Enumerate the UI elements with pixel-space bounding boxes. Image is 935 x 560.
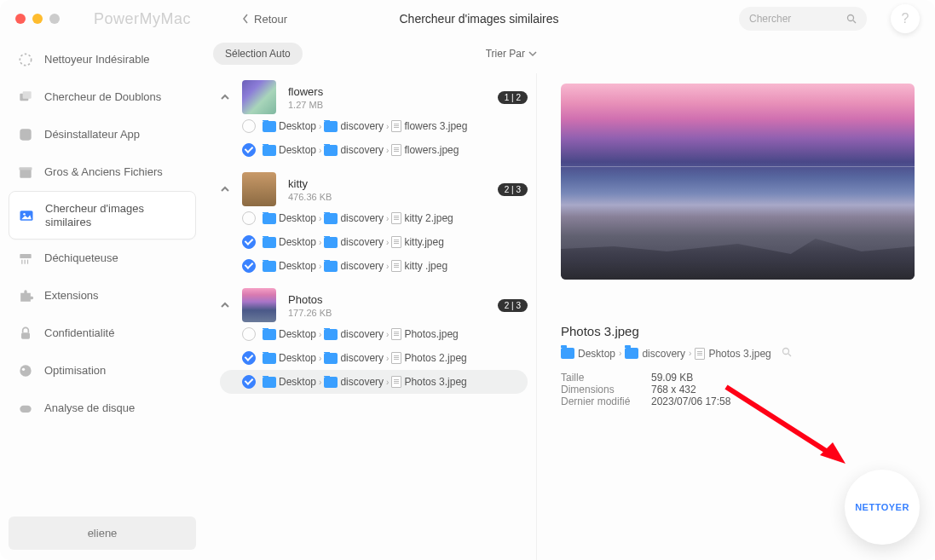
- file-icon: [391, 260, 401, 272]
- detail-meta: Taille59.09 KB Dimensions768 x 432 Derni…: [561, 372, 915, 407]
- svg-point-18: [782, 349, 788, 355]
- path-segment: Photos 3.jpeg: [708, 348, 771, 360]
- folder-icon: [324, 237, 338, 248]
- svg-line-19: [788, 354, 791, 356]
- duplicate-icon: [17, 89, 34, 106]
- svg-point-15: [20, 366, 31, 377]
- sidebar-item-label: Gros & Anciens Fichiers: [44, 165, 163, 179]
- sidebar-item-label: Analyse de disque: [44, 401, 135, 415]
- meta-key-dimensions: Dimensions: [561, 384, 651, 395]
- sidebar-item-label: Optimisation: [44, 364, 106, 378]
- toolbar: Sélection Auto Trier Par: [205, 38, 935, 73]
- meta-val-size: 59.09 KB: [651, 372, 693, 384]
- file-row[interactable]: Desktop› discovery› kitty 2.jpeg: [220, 206, 528, 230]
- file-path: Desktop› discovery› Photos 2.jpeg: [263, 352, 467, 364]
- maximize-window-button[interactable]: [49, 14, 60, 24]
- sidebar-item-large-old-files[interactable]: Gros & Anciens Fichiers: [9, 153, 196, 191]
- folder-icon: [263, 145, 276, 156]
- auto-select-button[interactable]: Sélection Auto: [213, 43, 303, 65]
- group-name: Photos: [288, 293, 486, 306]
- preview-image: [561, 84, 915, 280]
- lock-icon: [17, 325, 34, 342]
- search-input[interactable]: Chercher: [739, 7, 867, 31]
- sidebar-item-extensions[interactable]: Extensions: [9, 277, 196, 315]
- file-path: Desktop› discovery› flowers.jpeg: [263, 144, 459, 156]
- folder-icon: [324, 377, 338, 388]
- app-brand: PowerMyMac: [94, 10, 191, 28]
- file-row[interactable]: Desktop› discovery› Photos.jpeg: [220, 322, 528, 346]
- sidebar-item-label: Désinstallateur App: [44, 128, 140, 141]
- file-icon: [391, 120, 401, 132]
- file-row[interactable]: Desktop› discovery› flowers.jpeg: [220, 138, 528, 162]
- sidebar-item-label: Chercheur d'images similaires: [45, 202, 187, 228]
- file-row[interactable]: Desktop› discovery› kitty.jpeg: [220, 230, 528, 254]
- file-checkbox[interactable]: [242, 211, 256, 225]
- file-checkbox[interactable]: [242, 351, 256, 365]
- rocket-icon: [17, 362, 34, 379]
- svg-point-9: [23, 213, 26, 216]
- folder-icon: [625, 348, 638, 359]
- sidebar-item-optimization[interactable]: Optimisation: [9, 352, 196, 390]
- clean-button[interactable]: NETTOYER: [845, 470, 920, 545]
- file-icon: [695, 348, 705, 360]
- file-checkbox[interactable]: [242, 119, 256, 133]
- file-checkbox[interactable]: [242, 143, 256, 157]
- meta-key-size: Taille: [561, 372, 651, 384]
- file-row[interactable]: Desktop› discovery› flowers 3.jpeg: [220, 114, 528, 138]
- file-checkbox[interactable]: [242, 235, 256, 249]
- search-icon: [846, 14, 857, 24]
- collapse-toggle[interactable]: [220, 301, 230, 309]
- group-thumbnail: [242, 172, 276, 206]
- file-checkbox[interactable]: [242, 375, 256, 389]
- group-thumbnail: [242, 80, 276, 114]
- disk-icon: [17, 400, 34, 417]
- file-icon: [391, 144, 401, 156]
- group-header[interactable]: Photos 177.26 KB 2 | 3: [220, 288, 528, 322]
- sidebar-item-disk-analysis[interactable]: Analyse de disque: [9, 390, 196, 427]
- collapse-toggle[interactable]: [220, 185, 230, 193]
- result-group: Photos 177.26 KB 2 | 3 Desktop› discover…: [205, 281, 536, 397]
- search-placeholder: Chercher: [749, 13, 846, 25]
- sidebar-item-similar-images[interactable]: Chercheur d'images similaires: [9, 191, 196, 240]
- group-name: kitty: [288, 177, 486, 190]
- titlebar: PowerMyMac Retour Chercheur d'images sim…: [0, 0, 935, 38]
- reveal-icon[interactable]: [782, 347, 792, 360]
- file-icon: [391, 236, 401, 248]
- sort-by-dropdown[interactable]: Trier Par: [486, 48, 537, 60]
- minimize-window-button[interactable]: [32, 14, 43, 24]
- sidebar-item-shredder[interactable]: Déchiqueteuse: [9, 240, 196, 277]
- file-row[interactable]: Desktop› discovery› kitty .jpeg: [220, 254, 528, 278]
- group-info: flowers 1.27 MB: [288, 85, 486, 110]
- folder-icon: [263, 237, 276, 248]
- result-group: flowers 1.27 MB 1 | 2 Desktop› discovery…: [205, 73, 536, 165]
- file-path: Desktop› discovery› kitty.jpeg: [263, 236, 444, 248]
- group-size: 1.27 MB: [288, 100, 486, 110]
- file-checkbox[interactable]: [242, 327, 256, 341]
- file-row[interactable]: Desktop› discovery› Photos 3.jpeg: [220, 370, 528, 394]
- svg-point-2: [20, 54, 31, 65]
- file-icon: [391, 376, 401, 388]
- folder-icon: [263, 261, 276, 272]
- box-icon: [17, 164, 34, 181]
- group-header[interactable]: kitty 476.36 KB 2 | 3: [220, 172, 528, 206]
- help-button[interactable]: ?: [891, 4, 920, 33]
- sidebar-item-privacy[interactable]: Confidentialité: [9, 315, 196, 352]
- svg-rect-6: [20, 170, 31, 178]
- group-header[interactable]: flowers 1.27 MB 1 | 2: [220, 80, 528, 114]
- path-segment: discovery: [642, 348, 685, 360]
- sidebar-item-junk-cleaner[interactable]: Nettoyeur Indésirable: [9, 41, 196, 78]
- user-pill[interactable]: eliene: [9, 517, 196, 550]
- svg-line-1: [853, 20, 856, 23]
- collapse-toggle[interactable]: [220, 93, 230, 101]
- file-checkbox[interactable]: [242, 259, 256, 273]
- sidebar-item-uninstaller[interactable]: Désinstallateur App: [9, 116, 196, 153]
- sidebar-item-duplicate-finder[interactable]: Chercheur de Doublons: [9, 78, 196, 116]
- group-size: 177.26 KB: [288, 308, 486, 318]
- folder-icon: [324, 261, 338, 272]
- results-list[interactable]: flowers 1.27 MB 1 | 2 Desktop› discovery…: [205, 73, 537, 560]
- file-path: Desktop› discovery› kitty .jpeg: [263, 260, 447, 272]
- shredder-icon: [17, 250, 34, 267]
- close-window-button[interactable]: [15, 14, 26, 24]
- detail-path: Desktop› discovery› Photos 3.jpeg: [561, 347, 915, 360]
- file-row[interactable]: Desktop› discovery› Photos 2.jpeg: [220, 346, 528, 370]
